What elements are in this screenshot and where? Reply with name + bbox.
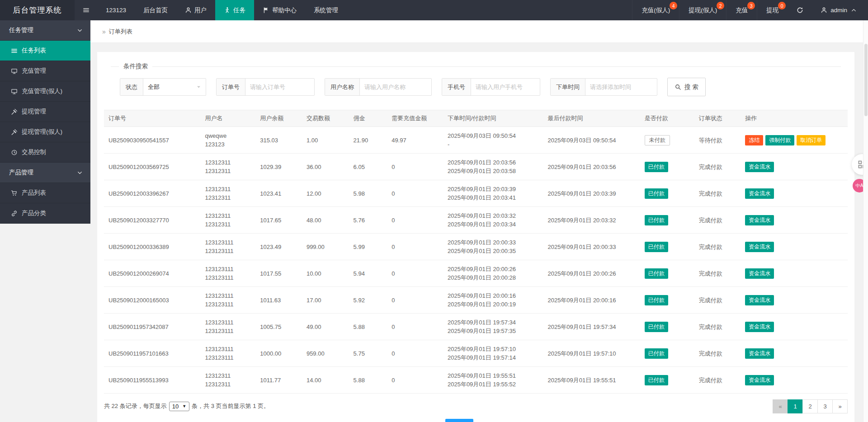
cell-balance: 1005.75	[255, 314, 302, 340]
search-legend: 条件搜索	[119, 62, 152, 70]
action-button[interactable]: 资金流水	[745, 268, 774, 279]
table-row: UB25090120003363891231231111231231111023…	[104, 234, 848, 260]
cell-amount: 36.00	[302, 154, 349, 180]
cell-last-pay-time: 2025年09月01日 19:57:10	[543, 340, 640, 367]
navbar-menu: 123123后台首页用户任务帮助中心系统管理	[97, 0, 347, 20]
quick-link-withdraw-fake[interactable]: 提现(假人)2	[679, 0, 726, 20]
pay-status-badge[interactable]: 已付款	[645, 188, 668, 199]
user-menu[interactable]: admin	[812, 0, 868, 20]
cell-last-pay-time: 2025年09月01日 20:00:33	[543, 234, 640, 260]
cell-need-recharge: 49.97	[387, 127, 443, 154]
cell-order-no: UB2509012003396267	[104, 180, 200, 207]
sidebar-item-task-list[interactable]: 任务列表	[0, 41, 90, 61]
sidebar-item-product-group[interactable]: 产品管理	[0, 163, 90, 183]
pay-status-badge[interactable]: 已付款	[645, 162, 668, 172]
caret-down-icon: ▼	[182, 404, 186, 408]
cell-pay-status: 已付款	[640, 287, 694, 314]
pagination-summary: 共 22 条记录，每页显示 10 ▼ 条，共 3 页当前显示第 1 页。	[104, 402, 269, 411]
cell-balance: 1011.63	[255, 287, 302, 314]
nav-item-help-center[interactable]: 帮助中心	[254, 0, 305, 20]
page-buttons: «123»	[773, 399, 848, 413]
pay-status-badge[interactable]: 已付款	[645, 375, 668, 385]
column-header: 最后付款时间	[543, 110, 640, 127]
sidebar-item-recharge-mgmt[interactable]: 充值管理	[0, 61, 90, 81]
page-button-1[interactable]: 1	[788, 399, 803, 413]
cell-amount: 1.00	[302, 127, 349, 154]
sidebar-item-trade-control[interactable]: 交易控制	[0, 142, 90, 163]
cart-icon	[11, 190, 18, 197]
nav-item-admin-home[interactable]: 后台首页	[135, 0, 176, 20]
nav-item-users[interactable]: 用户	[176, 0, 215, 20]
table-row: UB25090119573420871231231111231231111005…	[104, 314, 848, 340]
action-button[interactable]: 资金流水	[745, 322, 774, 332]
nav-item-system[interactable]: 系统管理	[305, 0, 347, 20]
action-button[interactable]: 冻结	[745, 135, 763, 145]
sidebar-toggle-button[interactable]	[75, 0, 97, 20]
order-no-input[interactable]	[245, 79, 314, 95]
page-button-3[interactable]: 3	[817, 399, 833, 413]
page-button-prev[interactable]: «	[773, 399, 788, 413]
nav-item-site-name[interactable]: 123123	[97, 0, 135, 20]
order-time-label: 下单时间	[551, 79, 585, 95]
order-time-input[interactable]	[585, 79, 657, 95]
breadcrumb: » 订单列表	[90, 20, 868, 43]
sidebar-item-withdraw-mgmt-fake[interactable]: 提现管理(假人)	[0, 122, 90, 142]
action-button[interactable]: 资金流水	[745, 295, 774, 305]
pay-status-badge[interactable]: 已付款	[645, 295, 668, 305]
pay-status-badge[interactable]: 已付款	[645, 242, 668, 252]
sidebar: 任务管理任务列表充值管理充值管理(假人)提现管理提现管理(假人)交易控制产品管理…	[0, 20, 90, 224]
cell-order-no: UB2509012003569725	[104, 154, 200, 180]
action-button[interactable]: 资金流水	[745, 348, 774, 359]
action-button[interactable]: 资金流水	[745, 375, 774, 385]
cell-order-status: 完成付款	[694, 260, 741, 287]
sidebar-item-task-group[interactable]: 任务管理	[0, 20, 90, 41]
pay-status-badge[interactable]: 已付款	[645, 215, 668, 225]
cell-last-pay-time: 2025年09月03日 09:50:54	[543, 127, 640, 154]
sidebar-item-recharge-mgmt-fake[interactable]: 充值管理(假人)	[0, 81, 90, 102]
user-name-filter-group: 用户名称	[325, 78, 432, 96]
quick-link-recharge-fake[interactable]: 充值(假人)4	[632, 0, 679, 20]
cell-pay-status: 已付款	[640, 314, 694, 340]
cell-need-recharge: 0	[387, 180, 443, 207]
pay-status-badge[interactable]: 已付款	[645, 322, 668, 332]
cell-order-time: 2025年09月01日 19:55:512025年09月01日 19:55:52	[443, 367, 543, 394]
action-button[interactable]: 资金流水	[745, 215, 774, 225]
user-name-input[interactable]	[360, 79, 431, 95]
username: admin	[830, 7, 847, 14]
page-size-select[interactable]: 10 ▼	[169, 402, 189, 411]
quick-link-recharge[interactable]: 充值3	[726, 0, 757, 20]
pay-status-badge[interactable]: 未付款	[645, 135, 670, 145]
search-button[interactable]: 搜 索	[667, 78, 706, 96]
sidebar-item-withdraw-mgmt[interactable]: 提现管理	[0, 102, 90, 122]
partial-blue-button[interactable]	[445, 419, 473, 422]
action-button[interactable]: 强制付款	[765, 135, 794, 145]
action-button[interactable]: 资金流水	[745, 162, 774, 172]
gavel-icon	[11, 108, 18, 115]
column-header: 是否付款	[640, 110, 694, 127]
pay-status-badge[interactable]: 已付款	[645, 268, 668, 279]
cell-need-recharge: 0	[387, 207, 443, 234]
action-button[interactable]: 资金流水	[745, 188, 774, 199]
sidebar-item-product-category[interactable]: 产品分类	[0, 203, 90, 224]
quick-link-withdraw[interactable]: 提现0	[757, 0, 788, 20]
cell-pay-status: 已付款	[640, 207, 694, 234]
sidebar-item-product-list[interactable]: 产品列表	[0, 183, 90, 203]
cell-need-recharge: 0	[387, 367, 443, 394]
cell-username: qweqwe123123	[200, 127, 255, 154]
pay-status-badge[interactable]: 已付款	[645, 348, 668, 359]
status-select[interactable]: 全部	[143, 79, 206, 95]
page-button-next[interactable]: »	[832, 399, 848, 413]
refresh-button[interactable]	[788, 0, 812, 20]
chevron-up-icon	[850, 7, 857, 14]
cell-username: 123123111123123111	[200, 340, 255, 367]
quick-links: 充值(假人)4提现(假人)2充值3提现0	[632, 0, 788, 20]
nav-item-tasks[interactable]: 任务	[215, 0, 254, 20]
action-button[interactable]: 取消订单	[797, 135, 826, 145]
phone-input[interactable]	[471, 79, 540, 95]
page-button-2[interactable]: 2	[802, 399, 818, 413]
cell-pay-status: 已付款	[640, 234, 694, 260]
scrollbar-thumb[interactable]	[864, 44, 868, 116]
cell-balance: 315.03	[255, 127, 302, 154]
brand-logo: 后台管理系统	[0, 0, 75, 20]
action-button[interactable]: 资金流水	[745, 242, 774, 252]
